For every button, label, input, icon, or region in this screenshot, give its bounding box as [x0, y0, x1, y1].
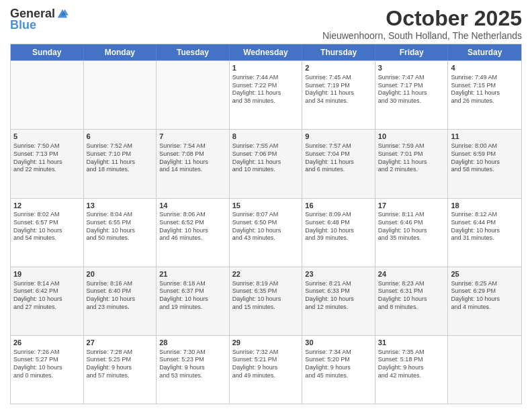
header-friday: Friday [375, 44, 449, 60]
month-title: October 2025 [322, 7, 522, 30]
cell-day-number: 1 [232, 63, 300, 73]
cal-week-2: 5Sunrise: 7:50 AM Sunset: 7:13 PM Daylig… [11, 129, 521, 197]
cell-info: Sunrise: 8:21 AM Sunset: 6:33 PM Dayligh… [305, 280, 372, 312]
cal-cell-1-2 [84, 61, 157, 129]
cal-cell-5-3: 28Sunrise: 7:30 AM Sunset: 5:23 PM Dayli… [157, 336, 230, 404]
cal-cell-2-1: 5Sunrise: 7:50 AM Sunset: 7:13 PM Daylig… [11, 130, 84, 197]
cell-info: Sunrise: 7:44 AM Sunset: 7:22 PM Dayligh… [232, 74, 300, 105]
cell-day-number: 25 [451, 269, 519, 279]
cell-info: Sunrise: 8:14 AM Sunset: 6:42 PM Dayligh… [13, 280, 81, 312]
logo: General Blue [10, 7, 69, 32]
cell-day-number: 13 [87, 201, 154, 211]
cell-info: Sunrise: 7:55 AM Sunset: 7:06 PM Dayligh… [232, 142, 300, 174]
cal-cell-5-5: 30Sunrise: 7:34 AM Sunset: 5:20 PM Dayli… [302, 336, 375, 404]
calendar-body: 1Sunrise: 7:44 AM Sunset: 7:22 PM Daylig… [11, 60, 521, 404]
cal-cell-4-6: 24Sunrise: 8:23 AM Sunset: 6:31 PM Dayli… [375, 267, 449, 335]
cal-cell-2-6: 10Sunrise: 7:59 AM Sunset: 7:01 PM Dayli… [375, 130, 449, 197]
cell-info: Sunrise: 7:59 AM Sunset: 7:01 PM Dayligh… [378, 142, 445, 174]
cell-day-number: 5 [13, 132, 81, 142]
cal-cell-3-5: 16Sunrise: 8:09 AM Sunset: 6:48 PM Dayli… [302, 199, 375, 267]
cal-cell-3-1: 12Sunrise: 8:02 AM Sunset: 6:57 PM Dayli… [11, 199, 84, 267]
cal-cell-1-4: 1Sunrise: 7:44 AM Sunset: 7:22 PM Daylig… [230, 61, 303, 129]
cell-info: Sunrise: 8:18 AM Sunset: 6:37 PM Dayligh… [159, 280, 226, 312]
cell-info: Sunrise: 8:00 AM Sunset: 6:59 PM Dayligh… [451, 142, 519, 174]
cell-info: Sunrise: 8:25 AM Sunset: 6:29 PM Dayligh… [451, 280, 519, 312]
cell-info: Sunrise: 7:45 AM Sunset: 7:19 PM Dayligh… [305, 74, 372, 105]
cell-day-number: 15 [232, 201, 300, 211]
cell-info: Sunrise: 8:09 AM Sunset: 6:48 PM Dayligh… [305, 211, 372, 242]
cell-info: Sunrise: 7:54 AM Sunset: 7:08 PM Dayligh… [159, 142, 226, 174]
page: General Blue October 2025 Nieuwenhoorn, … [0, 0, 532, 411]
logo-icon [56, 8, 69, 20]
cell-day-number: 2 [305, 63, 372, 73]
cal-cell-1-6: 3Sunrise: 7:47 AM Sunset: 7:17 PM Daylig… [375, 61, 449, 129]
cell-info: Sunrise: 7:32 AM Sunset: 5:21 PM Dayligh… [232, 349, 300, 380]
cal-cell-3-4: 15Sunrise: 8:07 AM Sunset: 6:50 PM Dayli… [230, 199, 303, 267]
cal-cell-5-6: 31Sunrise: 7:35 AM Sunset: 5:18 PM Dayli… [375, 336, 449, 404]
cal-week-1: 1Sunrise: 7:44 AM Sunset: 7:22 PM Daylig… [11, 60, 521, 129]
cal-cell-4-7: 25Sunrise: 8:25 AM Sunset: 6:29 PM Dayli… [448, 267, 521, 335]
cell-info: Sunrise: 7:26 AM Sunset: 5:27 PM Dayligh… [13, 349, 81, 380]
cell-day-number: 20 [87, 269, 154, 279]
cell-info: Sunrise: 7:47 AM Sunset: 7:17 PM Dayligh… [378, 74, 445, 105]
cell-day-number: 31 [378, 338, 445, 348]
cell-info: Sunrise: 8:19 AM Sunset: 6:35 PM Dayligh… [232, 280, 300, 312]
calendar: Sunday Monday Tuesday Wednesday Thursday… [10, 44, 522, 404]
cal-cell-4-2: 20Sunrise: 8:16 AM Sunset: 6:40 PM Dayli… [84, 267, 157, 335]
cell-day-number: 21 [159, 269, 226, 279]
cell-day-number: 19 [13, 269, 81, 279]
cal-cell-2-3: 7Sunrise: 7:54 AM Sunset: 7:08 PM Daylig… [157, 130, 230, 197]
cell-day-number: 8 [232, 132, 300, 142]
header-tuesday: Tuesday [157, 44, 230, 60]
cal-week-4: 19Sunrise: 8:14 AM Sunset: 6:42 PM Dayli… [11, 267, 521, 335]
subtitle: Nieuwenhoorn, South Holland, The Netherl… [322, 30, 522, 41]
cal-cell-1-5: 2Sunrise: 7:45 AM Sunset: 7:19 PM Daylig… [302, 61, 375, 129]
cell-info: Sunrise: 7:49 AM Sunset: 7:15 PM Dayligh… [451, 74, 519, 105]
cell-day-number: 26 [13, 338, 81, 348]
cal-cell-4-4: 22Sunrise: 8:19 AM Sunset: 6:35 PM Dayli… [230, 267, 303, 335]
cell-day-number: 3 [378, 63, 445, 73]
cal-cell-1-3 [157, 61, 230, 129]
cal-cell-4-1: 19Sunrise: 8:14 AM Sunset: 6:42 PM Dayli… [11, 267, 84, 335]
cell-day-number: 30 [305, 338, 372, 348]
cal-cell-3-6: 17Sunrise: 8:11 AM Sunset: 6:46 PM Dayli… [375, 199, 449, 267]
header-thursday: Thursday [302, 44, 375, 60]
cal-cell-4-5: 23Sunrise: 8:21 AM Sunset: 6:33 PM Dayli… [302, 267, 375, 335]
cell-info: Sunrise: 7:52 AM Sunset: 7:10 PM Dayligh… [87, 142, 154, 174]
cal-cell-2-4: 8Sunrise: 7:55 AM Sunset: 7:06 PM Daylig… [230, 130, 303, 197]
cell-info: Sunrise: 7:57 AM Sunset: 7:04 PM Dayligh… [305, 142, 372, 174]
cell-day-number: 9 [305, 132, 372, 142]
calendar-header: Sunday Monday Tuesday Wednesday Thursday… [11, 44, 521, 60]
cell-day-number: 6 [87, 132, 154, 142]
cell-day-number: 11 [451, 132, 519, 142]
cell-day-number: 29 [232, 338, 300, 348]
cal-cell-5-2: 27Sunrise: 7:28 AM Sunset: 5:25 PM Dayli… [84, 336, 157, 404]
cal-cell-3-2: 13Sunrise: 8:04 AM Sunset: 6:55 PM Dayli… [84, 199, 157, 267]
cal-week-3: 12Sunrise: 8:02 AM Sunset: 6:57 PM Dayli… [11, 198, 521, 267]
cell-info: Sunrise: 8:11 AM Sunset: 6:46 PM Dayligh… [378, 211, 445, 242]
cell-day-number: 23 [305, 269, 372, 279]
cell-info: Sunrise: 8:12 AM Sunset: 6:44 PM Dayligh… [451, 211, 519, 242]
header-saturday: Saturday [448, 44, 521, 60]
cell-day-number: 16 [305, 201, 372, 211]
cell-info: Sunrise: 7:28 AM Sunset: 5:25 PM Dayligh… [87, 349, 154, 380]
cell-info: Sunrise: 7:50 AM Sunset: 7:13 PM Dayligh… [13, 142, 81, 174]
cell-day-number: 28 [159, 338, 226, 348]
cal-cell-1-1 [11, 61, 84, 129]
cell-info: Sunrise: 8:06 AM Sunset: 6:52 PM Dayligh… [159, 211, 226, 242]
header: General Blue October 2025 Nieuwenhoorn, … [10, 7, 522, 41]
cell-info: Sunrise: 7:30 AM Sunset: 5:23 PM Dayligh… [159, 349, 226, 380]
cell-info: Sunrise: 8:07 AM Sunset: 6:50 PM Dayligh… [232, 211, 300, 242]
cell-info: Sunrise: 8:23 AM Sunset: 6:31 PM Dayligh… [378, 280, 445, 312]
cal-cell-5-7 [448, 336, 521, 404]
cell-info: Sunrise: 7:34 AM Sunset: 5:20 PM Dayligh… [305, 349, 372, 380]
cell-day-number: 24 [378, 269, 445, 279]
cal-cell-3-3: 14Sunrise: 8:06 AM Sunset: 6:52 PM Dayli… [157, 199, 230, 267]
cal-cell-4-3: 21Sunrise: 8:18 AM Sunset: 6:37 PM Dayli… [157, 267, 230, 335]
cell-info: Sunrise: 8:16 AM Sunset: 6:40 PM Dayligh… [87, 280, 154, 312]
cal-cell-2-5: 9Sunrise: 7:57 AM Sunset: 7:04 PM Daylig… [302, 130, 375, 197]
cal-cell-2-2: 6Sunrise: 7:52 AM Sunset: 7:10 PM Daylig… [84, 130, 157, 197]
header-monday: Monday [84, 44, 157, 60]
cell-info: Sunrise: 8:04 AM Sunset: 6:55 PM Dayligh… [87, 211, 154, 242]
cell-day-number: 18 [451, 201, 519, 211]
